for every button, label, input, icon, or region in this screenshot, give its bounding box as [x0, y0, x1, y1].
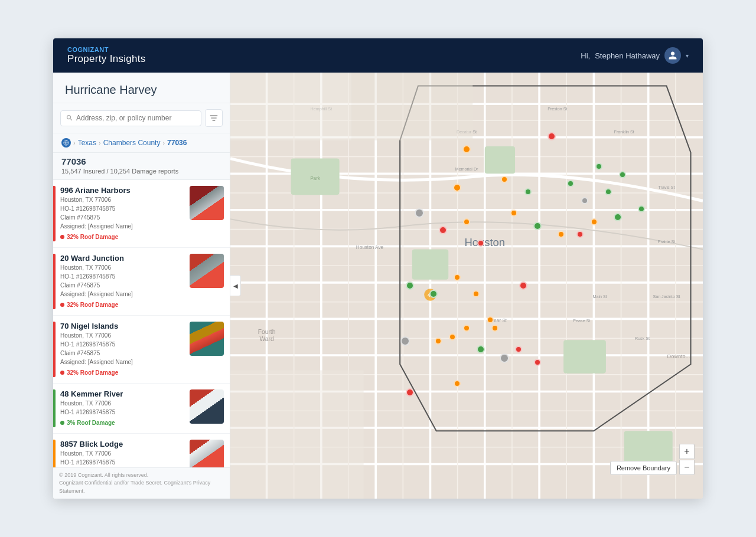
damage-label: 32% Roof Damage — [60, 369, 118, 376]
property-name: 20 Ward Junction — [60, 254, 185, 263]
footer: © 2019 Cognizant. All rights reserved. C… — [53, 467, 230, 499]
greeting-text: Hi, — [581, 51, 590, 60]
property-item[interactable]: 48 Kemmer River Houston, TX 77006HO-1 #1… — [53, 384, 230, 434]
property-name: 8857 Blick Lodge — [60, 440, 185, 448]
svg-text:Downto...: Downto... — [667, 353, 690, 359]
property-list: 996 Ariane Harbors Houston, TX 77006HO-1… — [53, 180, 230, 467]
globe-icon — [61, 138, 71, 148]
brand-product: Property Insights — [67, 53, 146, 65]
property-info: 996 Ariane Harbors Houston, TX 77006HO-1… — [60, 186, 185, 241]
brand: Cognizant Property Insights — [67, 46, 146, 65]
thumbnail-image — [190, 389, 224, 424]
header-user[interactable]: Hi, Stephen Hathaway ▾ — [581, 47, 689, 64]
property-info: 20 Ward Junction Houston, TX 77006HO-1 #… — [60, 254, 185, 309]
search-input[interactable] — [76, 114, 196, 122]
property-info: 48 Kemmer River Houston, TX 77006HO-1 #1… — [60, 389, 185, 427]
property-meta: Houston, TX 77006HO-1 #12698745875Claim … — [60, 195, 185, 231]
search-icon — [66, 114, 73, 123]
svg-text:Pease St: Pease St — [573, 319, 590, 323]
property-item[interactable]: 20 Ward Junction Houston, TX 77006HO-1 #… — [53, 248, 230, 316]
property-info: 70 Nigel Islands Houston, TX 77006HO-1 #… — [60, 322, 185, 377]
svg-text:Rusk St: Rusk St — [635, 336, 650, 341]
map-svg: Park Decatur St Memorial Dr Hemphill St … — [230, 73, 703, 499]
property-meta: Houston, TX 77006HO-1 #12698745875Claim … — [60, 263, 185, 299]
app-header: Cognizant Property Insights Hi, Stephen … — [53, 38, 703, 73]
breadcrumb-zip[interactable]: 77036 — [167, 139, 187, 147]
page-title: Hurricane Harvey — [53, 73, 230, 103]
zip-info: 77036 15,547 Insured / 10,254 Damage rep… — [53, 153, 230, 180]
zoom-out-button[interactable]: − — [679, 460, 695, 475]
filter-button[interactable] — [205, 109, 223, 127]
thumbnail-image — [190, 186, 224, 220]
damage-label: 3% Roof Damage — [60, 420, 115, 426]
property-name: 70 Nigel Islands — [60, 322, 185, 330]
svg-text:Preston St: Preston St — [548, 107, 567, 112]
damage-dot-icon — [60, 371, 64, 375]
map-area: ◀ — [230, 73, 703, 499]
damage-text: 32% Roof Damage — [67, 302, 118, 308]
brand-logo: Cognizant — [67, 46, 146, 53]
breadcrumb-county[interactable]: Chambers County — [103, 139, 161, 147]
breadcrumb: › Texas › Chambers County › 77036 — [53, 133, 230, 153]
thumbnail-image — [190, 440, 224, 467]
breadcrumb-state[interactable]: Texas — [78, 139, 96, 147]
property-meta: Houston, TX 77006HO-1 #12698745875 — [60, 449, 185, 467]
property-thumbnail — [190, 186, 224, 220]
property-meta: Houston, TX 77006HO-1 #12698745875 — [60, 399, 185, 417]
zip-stats: 15,547 Insured / 10,254 Damage reports — [61, 168, 221, 175]
damage-dot-icon — [60, 421, 64, 425]
property-thumbnail — [190, 254, 224, 288]
svg-rect-44 — [563, 340, 606, 373]
app-wrapper: Cognizant Property Insights Hi, Stephen … — [53, 38, 703, 499]
property-info: 8857 Blick Lodge Houston, TX 77006HO-1 #… — [60, 440, 185, 467]
property-accent — [53, 254, 56, 309]
svg-rect-43 — [412, 249, 449, 279]
svg-text:Main St: Main St — [593, 294, 607, 299]
copyright-text: © 2019 Cognizant. All rights reserved. — [59, 471, 224, 480]
thumbnail-image — [190, 322, 224, 356]
property-accent — [53, 186, 56, 241]
svg-text:45: 45 — [428, 293, 434, 298]
svg-text:Prairie St: Prairie St — [658, 240, 675, 244]
damage-text: 32% Roof Damage — [67, 234, 118, 240]
svg-text:Travis St: Travis St — [658, 185, 674, 190]
property-item[interactable]: 70 Nigel Islands Houston, TX 77006HO-1 #… — [53, 316, 230, 384]
search-bar — [53, 103, 230, 133]
damage-label: 32% Roof Damage — [60, 302, 118, 308]
property-thumbnail — [190, 322, 224, 356]
svg-rect-46 — [485, 146, 515, 173]
damage-text: 32% Roof Damage — [67, 369, 118, 376]
zip-title: 77036 — [61, 156, 221, 166]
property-thumbnail — [190, 389, 224, 424]
svg-text:Lamar St: Lamar St — [487, 318, 507, 323]
svg-text:Ward: Ward — [259, 336, 273, 342]
svg-rect-67 — [230, 371, 364, 499]
svg-text:Memorial Dr: Memorial Dr — [455, 167, 479, 172]
property-name: 996 Ariane Harbors — [60, 186, 185, 195]
user-menu-chevron-icon[interactable]: ▾ — [686, 53, 689, 59]
property-accent — [53, 440, 56, 467]
property-accent — [53, 389, 56, 427]
damage-dot-icon — [60, 235, 64, 239]
thumbnail-image — [190, 254, 224, 288]
svg-text:Fourth: Fourth — [258, 329, 276, 335]
property-meta: Houston, TX 77006HO-1 #12698745875Claim … — [60, 331, 185, 366]
svg-text:Franklin St: Franklin St — [614, 130, 634, 135]
confidential-text: Cognizant Confidential and/or Trade Secr… — [59, 479, 224, 495]
zoom-controls: + − — [679, 444, 695, 475]
username-text: Stephen Hathaway — [595, 51, 660, 60]
property-item[interactable]: 996 Ariane Harbors Houston, TX 77006HO-1… — [53, 180, 230, 248]
damage-text: 3% Roof Damage — [67, 420, 115, 426]
property-accent — [53, 322, 56, 377]
search-input-wrap[interactable] — [60, 110, 201, 126]
property-name: 48 Kemmer River — [60, 389, 185, 398]
zoom-in-button[interactable]: + — [679, 444, 695, 459]
svg-text:Park: Park — [310, 176, 321, 181]
property-item[interactable]: 8857 Blick Lodge Houston, TX 77006HO-1 #… — [53, 434, 230, 467]
user-avatar-icon[interactable] — [664, 47, 681, 64]
sidebar-toggle-button[interactable]: ◀ — [230, 275, 241, 296]
svg-text:Houston: Houston — [464, 236, 505, 248]
remove-boundary-button[interactable]: Remove Boundary — [610, 461, 677, 475]
svg-text:San Jacinto St: San Jacinto St — [653, 294, 680, 299]
damage-label: 32% Roof Damage — [60, 234, 118, 240]
